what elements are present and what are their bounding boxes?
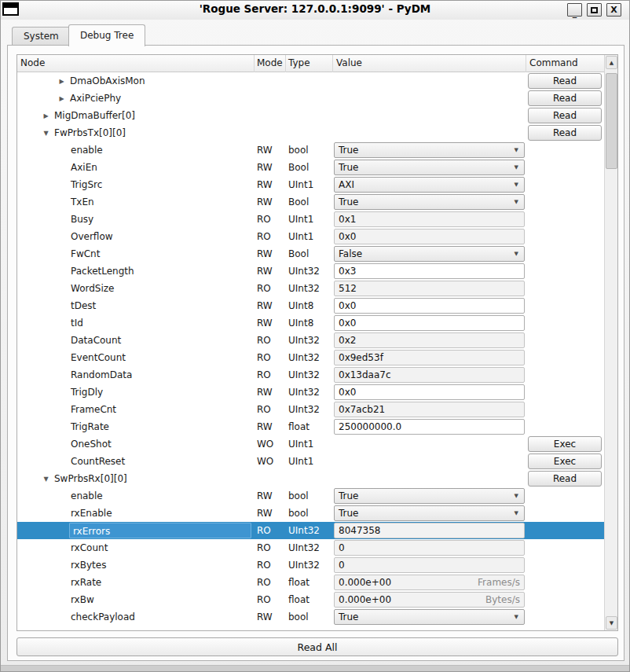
expander-expanded-icon[interactable]: ▼ (39, 130, 53, 137)
read-button[interactable]: Read (528, 471, 602, 487)
tree-row[interactable]: rxBytesROUInt320 (17, 556, 604, 574)
read-button[interactable]: Read (528, 125, 602, 141)
tree-row[interactable]: ▶AxiPciePhyRead (17, 90, 604, 107)
tree-row[interactable]: rxCountROUInt320 (17, 539, 604, 556)
mode-cell: RW (255, 176, 286, 193)
tree-row[interactable]: DataCountROUInt320x2 (17, 332, 604, 349)
value-field: 0.000e+00Bytes/s (334, 592, 525, 608)
column-header-type[interactable]: Type (286, 55, 333, 72)
expander-collapsed-icon[interactable]: ▶ (55, 95, 68, 102)
tree-row[interactable]: rxEnableRWboolTrue▼ (17, 505, 604, 522)
tree-row[interactable]: OverflowROUInt10x0 (17, 228, 604, 245)
value-combobox[interactable]: True▼ (334, 609, 525, 625)
tree-row[interactable]: TrigSrcRWUInt1AXI▼ (17, 176, 604, 193)
tree-row[interactable]: TrigDlyRWUInt320x0 (17, 384, 604, 401)
node-cell: TxEn (17, 193, 255, 211)
scroll-down-button[interactable]: ▼ (606, 616, 617, 630)
tree-row[interactable]: EventCountROUInt320x9ed53f (17, 349, 604, 366)
node-label: FwPrbsTx[0][0] (53, 127, 127, 138)
node-cell: FwCnt (17, 245, 255, 263)
close-button[interactable]: X (606, 3, 621, 17)
node-cell: tId (17, 314, 255, 332)
column-header-mode[interactable]: Mode (255, 55, 286, 72)
tree-row[interactable]: ▼FwPrbsTx[0][0]Read (17, 124, 604, 141)
expander-collapsed-icon[interactable]: ▶ (55, 78, 68, 85)
tree-row[interactable]: tDestRWUInt80x0 (17, 297, 604, 314)
read-button[interactable]: Read (528, 73, 602, 89)
tree-row[interactable]: OneShotWOUInt1Exec (17, 435, 604, 453)
read-all-button[interactable]: Read All (16, 637, 618, 656)
tree-row[interactable]: rxErrorsROUInt328047358 (17, 522, 604, 539)
type-cell: UInt1 (286, 435, 333, 453)
read-button[interactable]: Read (528, 108, 602, 123)
maximize-button[interactable] (587, 3, 602, 17)
tree-row[interactable]: TxEnRWBoolTrue▼ (17, 193, 604, 211)
combobox-selected-value: True (339, 145, 359, 156)
value-combobox[interactable]: False▼ (334, 246, 525, 262)
tree-row[interactable]: tIdRWUInt80x0 (17, 314, 604, 332)
value-field[interactable]: 0x0 (334, 384, 525, 400)
tree-row[interactable]: CountResetWOUInt1Exec (17, 453, 604, 470)
node-cell: AxiEn (17, 159, 255, 176)
expander-expanded-icon[interactable]: ▼ (39, 476, 53, 483)
tree-row[interactable]: checkPayloadRWboolTrue▼ (17, 608, 604, 626)
tree-row[interactable]: PacketLengthRWUInt320x3 (17, 263, 604, 280)
value-combobox[interactable]: AXI▼ (334, 177, 525, 193)
value-combobox[interactable]: True▼ (334, 194, 525, 210)
node-cell: TrigRate (17, 418, 255, 435)
tree-row[interactable]: ▶DmaObAxisMonRead (17, 72, 604, 90)
tree-row[interactable]: RandomDataROUInt320x13daa7c (17, 366, 604, 384)
tree-row[interactable]: BusyROUInt10x1 (17, 211, 604, 228)
command-cell (526, 366, 604, 384)
node-cell: ▶AxiPciePhy (17, 90, 255, 107)
node-cell: FrameCnt (17, 401, 255, 418)
tree-row[interactable]: rxBwROfloat0.000e+00Bytes/s (17, 591, 604, 608)
read-button[interactable]: Read (528, 90, 602, 106)
tree-row[interactable]: FrameCntROUInt320x7acb21 (17, 401, 604, 418)
expander-collapsed-icon[interactable]: ▶ (39, 112, 53, 119)
value-field[interactable]: 250000000.0 (334, 419, 525, 435)
tree-row[interactable]: TrigRateRWfloat250000000.0 (17, 418, 604, 435)
value-combobox[interactable]: True▼ (334, 505, 525, 521)
value-combobox[interactable]: True▼ (334, 160, 525, 175)
tab-system[interactable]: System (12, 27, 71, 46)
tab-debug-tree[interactable]: Debug Tree (68, 24, 145, 46)
vertical-scrollbar[interactable]: ▲ ▼ (604, 55, 617, 630)
tree-row[interactable]: ▼SwPrbsRx[0][0]Read (17, 470, 604, 487)
exec-button[interactable]: Exec (528, 436, 602, 452)
node-label: EventCount (69, 352, 127, 363)
type-cell: UInt32 (286, 280, 333, 297)
value-field[interactable]: 0x0 (334, 315, 525, 331)
value-combobox[interactable]: True▼ (334, 142, 525, 158)
scroll-up-button[interactable]: ▲ (606, 56, 617, 69)
value-field: 0x0 (334, 229, 525, 244)
tree-row[interactable]: ▶MigDmaBuffer[0]Read (17, 107, 604, 124)
tab-bar: System Debug Tree (1, 24, 629, 46)
node-cell: rxRate (17, 574, 255, 591)
mode-cell: RO (255, 574, 286, 591)
mode-cell: RW (255, 487, 286, 505)
value-combobox[interactable]: True▼ (334, 488, 525, 504)
value-cell: AXI▼ (333, 176, 526, 193)
chevron-down-icon: ▼ (515, 164, 524, 171)
tree-row[interactable]: enableRWboolTrue▼ (17, 141, 604, 159)
value-cell: True▼ (333, 141, 526, 159)
tree-row[interactable]: WordSizeROUInt32512 (17, 280, 604, 297)
type-cell: UInt32 (286, 349, 333, 366)
exec-button[interactable]: Exec (528, 454, 602, 469)
tree-row[interactable]: enableRWboolTrue▼ (17, 487, 604, 505)
column-header-node[interactable]: Node (17, 55, 255, 72)
column-header-value[interactable]: Value (333, 55, 526, 72)
node-cell: ▼FwPrbsTx[0][0] (17, 124, 255, 141)
column-header-command[interactable]: Command (526, 55, 604, 72)
value-text: 250000000.0 (339, 421, 401, 432)
type-cell (286, 107, 333, 124)
tree-row[interactable]: rxRateROfloat0.000e+00Frames/s (17, 574, 604, 591)
tree-row[interactable]: FwCntRWBoolFalse▼ (17, 245, 604, 263)
scrollbar-thumb[interactable] (606, 73, 617, 169)
value-field[interactable]: 0x3 (334, 263, 525, 279)
value-text: 0x2 (339, 335, 356, 346)
minimize-button[interactable]: _ (567, 3, 582, 17)
tree-row[interactable]: AxiEnRWBoolTrue▼ (17, 159, 604, 176)
value-field[interactable]: 0x0 (334, 298, 525, 314)
